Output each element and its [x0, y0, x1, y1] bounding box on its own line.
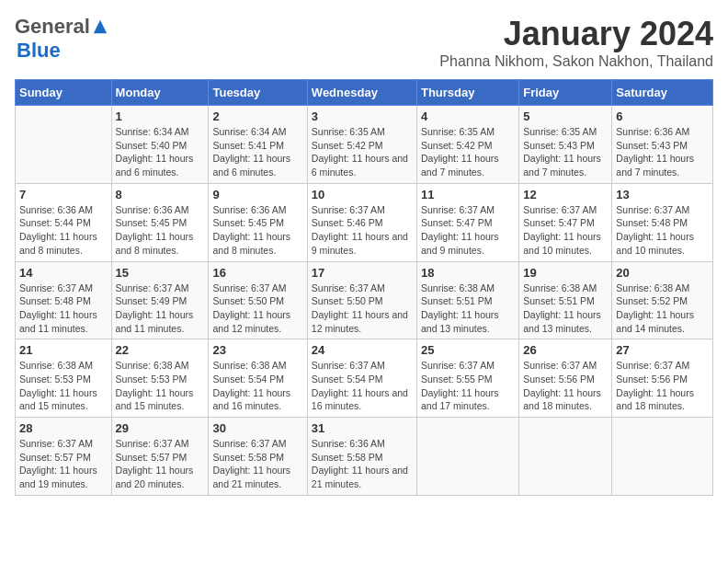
- day-number: 18: [421, 266, 515, 280]
- day-number: 9: [212, 188, 302, 201]
- logo-general: General: [15, 15, 90, 39]
- calendar-cell: 3Sunrise: 6:35 AMSunset: 5:42 PMDaylight…: [307, 106, 416, 184]
- calendar-week-row: 21Sunrise: 6:38 AMSunset: 5:53 PMDayligh…: [16, 339, 713, 418]
- day-number: 20: [616, 266, 709, 280]
- day-number: 10: [312, 188, 413, 201]
- day-number: 15: [116, 266, 205, 280]
- calendar-cell: [16, 106, 112, 184]
- calendar-week-row: 28Sunrise: 6:37 AMSunset: 5:57 PMDayligh…: [16, 418, 713, 496]
- calendar-cell: 7Sunrise: 6:36 AMSunset: 5:44 PMDaylight…: [16, 183, 112, 261]
- calendar-cell: 22Sunrise: 6:38 AMSunset: 5:53 PMDayligh…: [111, 339, 209, 418]
- calendar-cell: 13Sunrise: 6:37 AMSunset: 5:48 PMDayligh…: [612, 183, 713, 261]
- calendar-cell: [612, 418, 713, 496]
- day-info: Sunrise: 6:35 AMSunset: 5:43 PMDaylight:…: [523, 125, 608, 179]
- calendar-cell: 12Sunrise: 6:37 AMSunset: 5:47 PMDayligh…: [519, 183, 612, 261]
- page-header: General Blue January 2024 Phanna Nikhom,…: [15, 15, 713, 70]
- column-header-sunday: Sunday: [16, 80, 112, 106]
- day-info: Sunrise: 6:37 AMSunset: 5:58 PMDaylight:…: [212, 437, 302, 491]
- column-header-wednesday: Wednesday: [307, 80, 416, 106]
- day-info: Sunrise: 6:38 AMSunset: 5:54 PMDaylight:…: [212, 359, 302, 413]
- day-info: Sunrise: 6:37 AMSunset: 5:54 PMDaylight:…: [312, 359, 413, 413]
- calendar-title: January 2024: [439, 15, 713, 53]
- day-info: Sunrise: 6:36 AMSunset: 5:45 PMDaylight:…: [116, 203, 205, 258]
- logo-blue: Blue: [17, 39, 61, 62]
- day-info: Sunrise: 6:34 AMSunset: 5:40 PMDaylight:…: [116, 125, 205, 179]
- day-info: Sunrise: 6:35 AMSunset: 5:42 PMDaylight:…: [421, 125, 515, 179]
- day-number: 27: [616, 343, 709, 357]
- column-header-thursday: Thursday: [416, 80, 518, 106]
- calendar-week-row: 1Sunrise: 6:34 AMSunset: 5:40 PMDaylight…: [16, 106, 713, 184]
- calendar-table: SundayMondayTuesdayWednesdayThursdayFrid…: [15, 79, 713, 496]
- day-info: Sunrise: 6:36 AMSunset: 5:43 PMDaylight:…: [616, 125, 709, 179]
- day-number: 30: [212, 421, 302, 435]
- day-info: Sunrise: 6:37 AMSunset: 5:57 PMDaylight:…: [116, 437, 205, 491]
- day-info: Sunrise: 6:38 AMSunset: 5:51 PMDaylight:…: [523, 282, 608, 336]
- calendar-cell: 18Sunrise: 6:38 AMSunset: 5:51 PMDayligh…: [416, 261, 518, 339]
- day-info: Sunrise: 6:38 AMSunset: 5:53 PMDaylight:…: [19, 359, 108, 413]
- calendar-header-row: SundayMondayTuesdayWednesdayThursdayFrid…: [16, 80, 713, 106]
- column-header-saturday: Saturday: [612, 80, 713, 106]
- calendar-cell: 15Sunrise: 6:37 AMSunset: 5:49 PMDayligh…: [111, 261, 209, 339]
- day-number: 31: [312, 421, 413, 435]
- day-info: Sunrise: 6:37 AMSunset: 5:57 PMDaylight:…: [19, 437, 108, 491]
- calendar-cell: 31Sunrise: 6:36 AMSunset: 5:58 PMDayligh…: [307, 418, 416, 496]
- logo-icon: [92, 18, 108, 35]
- calendar-cell: 19Sunrise: 6:38 AMSunset: 5:51 PMDayligh…: [519, 261, 612, 339]
- day-number: 4: [421, 109, 515, 123]
- day-number: 7: [19, 188, 108, 201]
- calendar-cell: [519, 418, 612, 496]
- day-number: 19: [523, 266, 608, 280]
- calendar-cell: 24Sunrise: 6:37 AMSunset: 5:54 PMDayligh…: [307, 339, 416, 418]
- day-info: Sunrise: 6:37 AMSunset: 5:46 PMDaylight:…: [312, 203, 413, 258]
- day-info: Sunrise: 6:37 AMSunset: 5:47 PMDaylight:…: [421, 203, 515, 258]
- day-number: 29: [116, 421, 205, 435]
- day-number: 1: [116, 109, 205, 123]
- calendar-cell: 11Sunrise: 6:37 AMSunset: 5:47 PMDayligh…: [416, 183, 518, 261]
- day-info: Sunrise: 6:38 AMSunset: 5:52 PMDaylight:…: [616, 282, 709, 336]
- day-info: Sunrise: 6:36 AMSunset: 5:58 PMDaylight:…: [312, 437, 413, 491]
- calendar-cell: 10Sunrise: 6:37 AMSunset: 5:46 PMDayligh…: [307, 183, 416, 261]
- calendar-cell: 16Sunrise: 6:37 AMSunset: 5:50 PMDayligh…: [209, 261, 307, 339]
- day-info: Sunrise: 6:36 AMSunset: 5:45 PMDaylight:…: [212, 203, 302, 258]
- day-info: Sunrise: 6:37 AMSunset: 5:48 PMDaylight:…: [616, 203, 709, 258]
- day-info: Sunrise: 6:35 AMSunset: 5:42 PMDaylight:…: [312, 125, 413, 179]
- day-number: 16: [212, 266, 302, 280]
- day-number: 5: [523, 109, 608, 123]
- logo: General Blue: [15, 15, 108, 63]
- day-number: 3: [312, 109, 413, 123]
- calendar-cell: 26Sunrise: 6:37 AMSunset: 5:56 PMDayligh…: [519, 339, 612, 418]
- svg-marker-0: [94, 20, 107, 33]
- day-number: 28: [19, 421, 108, 435]
- day-info: Sunrise: 6:37 AMSunset: 5:55 PMDaylight:…: [421, 359, 515, 413]
- column-header-monday: Monday: [111, 80, 209, 106]
- day-info: Sunrise: 6:37 AMSunset: 5:47 PMDaylight:…: [523, 203, 608, 258]
- calendar-week-row: 7Sunrise: 6:36 AMSunset: 5:44 PMDaylight…: [16, 183, 713, 261]
- day-info: Sunrise: 6:36 AMSunset: 5:44 PMDaylight:…: [19, 203, 108, 258]
- day-number: 2: [212, 109, 302, 123]
- column-header-tuesday: Tuesday: [209, 80, 307, 106]
- day-number: 6: [616, 109, 709, 123]
- calendar-cell: 14Sunrise: 6:37 AMSunset: 5:48 PMDayligh…: [16, 261, 112, 339]
- calendar-cell: 2Sunrise: 6:34 AMSunset: 5:41 PMDaylight…: [209, 106, 307, 184]
- day-number: 25: [421, 343, 515, 357]
- day-number: 24: [312, 343, 413, 357]
- day-number: 23: [212, 343, 302, 357]
- day-number: 26: [523, 343, 608, 357]
- calendar-cell: 9Sunrise: 6:36 AMSunset: 5:45 PMDaylight…: [209, 183, 307, 261]
- calendar-cell: 25Sunrise: 6:37 AMSunset: 5:55 PMDayligh…: [416, 339, 518, 418]
- day-number: 21: [19, 343, 108, 357]
- column-header-friday: Friday: [519, 80, 612, 106]
- day-info: Sunrise: 6:37 AMSunset: 5:48 PMDaylight:…: [19, 282, 108, 336]
- day-info: Sunrise: 6:37 AMSunset: 5:50 PMDaylight:…: [212, 282, 302, 336]
- calendar-subtitle: Phanna Nikhom, Sakon Nakhon, Thailand: [439, 53, 713, 70]
- calendar-cell: [416, 418, 518, 496]
- day-number: 13: [616, 188, 709, 201]
- calendar-cell: 6Sunrise: 6:36 AMSunset: 5:43 PMDaylight…: [612, 106, 713, 184]
- calendar-cell: 4Sunrise: 6:35 AMSunset: 5:42 PMDaylight…: [416, 106, 518, 184]
- title-section: January 2024 Phanna Nikhom, Sakon Nakhon…: [439, 15, 713, 70]
- calendar-week-row: 14Sunrise: 6:37 AMSunset: 5:48 PMDayligh…: [16, 261, 713, 339]
- day-info: Sunrise: 6:38 AMSunset: 5:53 PMDaylight:…: [116, 359, 205, 413]
- calendar-cell: 27Sunrise: 6:37 AMSunset: 5:56 PMDayligh…: [612, 339, 713, 418]
- calendar-cell: 30Sunrise: 6:37 AMSunset: 5:58 PMDayligh…: [209, 418, 307, 496]
- day-number: 11: [421, 188, 515, 201]
